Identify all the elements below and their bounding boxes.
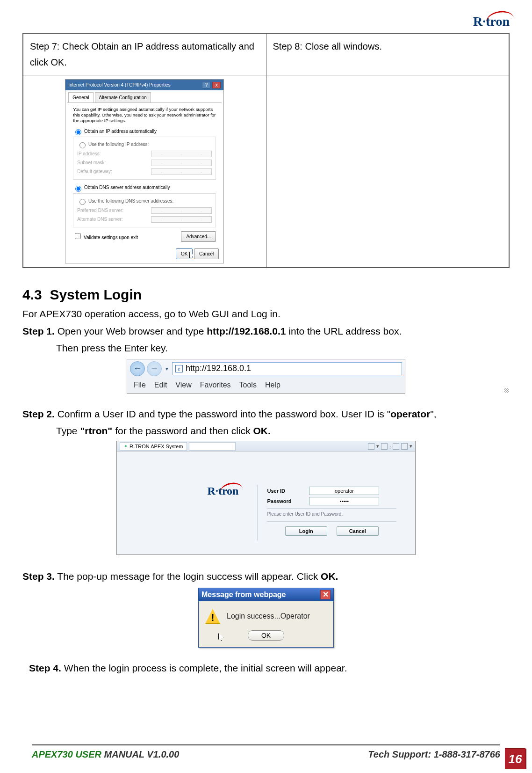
message-ok-button[interactable]: OK: [248, 630, 284, 641]
tab-favicon-icon: ✦: [124, 444, 128, 449]
login-button[interactable]: Login: [285, 526, 327, 536]
step1-line2: Then press the Enter key.: [22, 341, 510, 356]
step2-line1: Step 2. Confirm a User ID and type the p…: [22, 407, 510, 422]
step2-ok: OK.: [253, 425, 270, 436]
section-intro: For APEX730 operation access, go to Web …: [22, 306, 510, 322]
login-cancel-button[interactable]: Cancel: [337, 526, 379, 536]
ipv4-title: Internet Protocol Version 4 (TCP/IPv4) P…: [68, 81, 170, 89]
ie-favicon-icon: e: [175, 365, 183, 372]
radio-static-ip[interactable]: [79, 142, 86, 148]
pref-dns-label: Preferred DNS server:: [77, 206, 123, 214]
footer-manual: MANUAL V1.0.00: [101, 749, 179, 759]
step2-user: operator: [390, 408, 430, 419]
help-button[interactable]: ?: [202, 82, 210, 88]
menu-favorites[interactable]: Favorites: [200, 381, 231, 389]
step2-text-a: Confirm a User ID and type the password …: [55, 408, 390, 419]
message-text: Login success...Operator: [227, 612, 310, 620]
ipv4-titlebar: Internet Protocol Version 4 (TCP/IPv4) P…: [65, 80, 223, 90]
menu-help[interactable]: Help: [265, 381, 280, 389]
subnet-input: ...: [151, 160, 212, 166]
radio-auto-ip[interactable]: [75, 129, 81, 135]
section-title: System Login: [50, 287, 142, 302]
step4-label: Step 4.: [29, 663, 61, 673]
radio-static-ip-label: Use the following IP address:: [88, 142, 149, 147]
user-id-input[interactable]: [309, 487, 379, 495]
tab-general[interactable]: General: [68, 92, 93, 102]
close-button[interactable]: x: [212, 82, 221, 88]
ip-address-input: ...: [151, 151, 212, 157]
step1-text-b: into the URL address box.: [286, 326, 402, 336]
menu-view[interactable]: View: [175, 381, 191, 389]
menu-tools[interactable]: Tools: [239, 381, 257, 389]
forward-button[interactable]: →: [147, 361, 162, 376]
gateway-label: Default gateway:: [77, 168, 112, 175]
step8-empty-cell: [266, 75, 509, 268]
section-number: 4.3: [22, 287, 42, 302]
home-icon[interactable]: [368, 443, 374, 450]
message-close-button[interactable]: ✕: [320, 590, 331, 599]
ip-address-label: IP address:: [77, 150, 101, 158]
step1-text-a: Open your Web browser and type: [55, 326, 207, 336]
login-hint: Please enter User ID and Password.: [267, 508, 396, 517]
step3-label: Step 3.: [22, 571, 55, 582]
ipv4-note: You can get IP settings assigned automat…: [73, 107, 216, 124]
step4-text-a: When the login process is complete, the …: [61, 663, 347, 673]
ok-button[interactable]: OK: [176, 248, 193, 259]
address-bar[interactable]: e http://192.168.0.1: [172, 362, 402, 375]
section-heading: 4.3 System Login: [22, 287, 510, 303]
step3-line: Step 3. The pop-up message for the login…: [22, 569, 510, 584]
gateway-input: ...: [151, 168, 212, 175]
back-button[interactable]: ←: [130, 361, 145, 376]
new-tab-button[interactable]: [189, 442, 236, 451]
ie-browser-bar: ← → ▾ e http://192.168.0.1 File Edit Vie…: [127, 359, 405, 394]
radio-static-dns-label: Use the following DNS server addresses:: [88, 198, 173, 204]
message-title: Message from webpage: [201, 591, 286, 599]
radio-auto-dns[interactable]: [75, 186, 81, 192]
step2-label: Step 2.: [22, 408, 55, 419]
resize-grip-icon: [504, 388, 509, 393]
nav-dropdown-icon[interactable]: ▾: [164, 365, 170, 372]
radio-static-dns[interactable]: [79, 199, 86, 205]
footer-product: APEX730 USER: [32, 749, 101, 759]
password-input[interactable]: [309, 497, 379, 505]
ie-command-bar: ▾ · ▾: [368, 443, 412, 450]
radio-auto-ip-label: Obtain an IP address automatically: [84, 129, 157, 134]
step2-q1: ": [80, 425, 85, 436]
login-window: ✦ R-TRON APEX System ▾ · ▾ R·tron: [116, 441, 416, 555]
tab-alternate[interactable]: Alternate Configuration: [95, 92, 151, 102]
footer-rule: [32, 744, 500, 745]
menu-file[interactable]: File: [134, 381, 146, 389]
menu-edit[interactable]: Edit: [154, 381, 167, 389]
step2-pw: rtron: [85, 425, 108, 436]
url-text: http://192.168.0.1: [186, 364, 251, 373]
ipv4-dialog-cell: Internet Protocol Version 4 (TCP/IPv4) P…: [23, 75, 266, 268]
login-brand-logo: R·tron: [208, 485, 239, 497]
warning-icon: !: [205, 609, 220, 624]
mail-icon[interactable]: [393, 443, 399, 450]
print-icon[interactable]: [401, 443, 408, 450]
footer-left: APEX730 USER MANUAL V1.0.00: [32, 749, 179, 760]
cancel-button[interactable]: Cancel: [194, 248, 219, 259]
brand-header: R·tron: [22, 14, 510, 29]
page-number-badge: 16: [505, 749, 525, 769]
print-drop-icon[interactable]: ▾: [410, 443, 412, 449]
feeds-icon[interactable]: [381, 443, 388, 450]
tab-title: R-TRON APEX System: [129, 444, 183, 449]
validate-checkbox[interactable]: [75, 233, 81, 239]
step4-line: Step 4. When the login process is comple…: [22, 661, 510, 676]
ipv4-dialog: Internet Protocol Version 4 (TCP/IPv4) P…: [65, 79, 224, 263]
step2-q2: ": [108, 425, 112, 436]
ie-menu-bar: File Edit View Favorites Tools Help: [127, 378, 405, 393]
advanced-button[interactable]: Advanced...: [181, 231, 216, 242]
home-drop-icon[interactable]: ▾: [376, 443, 379, 449]
radio-auto-dns-label: Obtain DNS server address automatically: [84, 185, 170, 190]
user-id-label: User ID: [267, 488, 300, 494]
subnet-label: Subnet mask:: [77, 159, 106, 167]
browser-tab[interactable]: ✦ R-TRON APEX System: [120, 442, 187, 451]
step8-cell: Step 8: Close all windows.: [266, 33, 509, 75]
step1-line1: Step 1. Open your Web browser and type h…: [22, 324, 510, 339]
alt-dns-input: ...: [151, 216, 212, 223]
message-box: Message from webpage ✕ ! Login success..…: [198, 588, 334, 648]
alt-dns-label: Alternate DNS server:: [77, 215, 122, 223]
footer-right: Tech Support: 1-888-317-8766: [368, 749, 500, 760]
